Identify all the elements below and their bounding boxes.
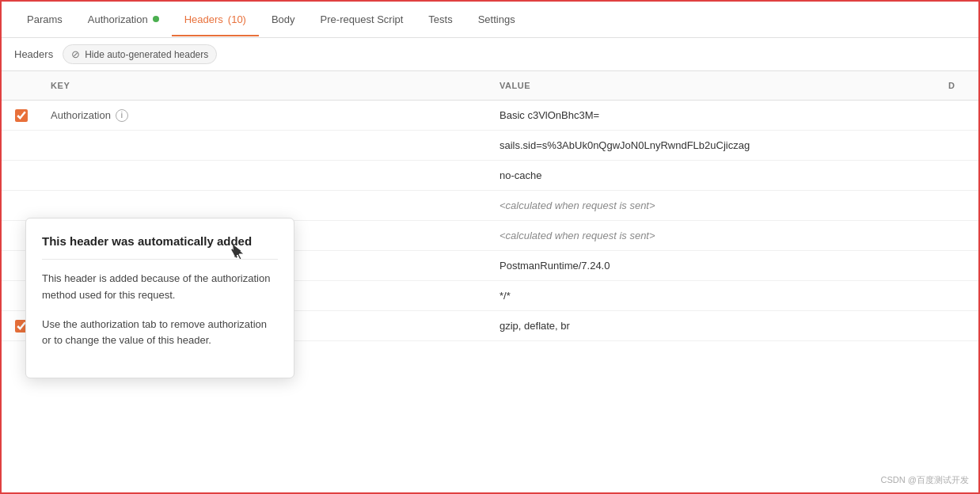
eye-slash-icon: ⊘ [71, 48, 80, 60]
tab-body[interactable]: Body [259, 4, 308, 36]
tab-bar: Params Authorization Headers (10) Body P… [2, 2, 978, 38]
hide-btn-label: Hide auto-generated headers [85, 49, 208, 60]
row4-value-cell: <calculated when request is sent> [490, 193, 939, 218]
sub-header: Headers ⊘ Hide auto-generated headers [2, 38, 978, 71]
tooltip-popup: This header was automatically added This… [25, 218, 294, 378]
tooltip-body: This header is added because of the auth… [42, 271, 278, 349]
row5-d-cell [939, 230, 978, 242]
tab-tests-label: Tests [428, 13, 452, 25]
tab-pre-request[interactable]: Pre-request Script [308, 4, 416, 36]
row4-key-cell [41, 200, 490, 212]
row6-d-cell [939, 260, 978, 272]
row7-value-cell: */* [490, 283, 939, 308]
tab-params-label: Params [27, 13, 63, 25]
headers-sub-label: Headers [14, 48, 53, 60]
tab-settings[interactable]: Settings [465, 4, 528, 36]
headers-table-area: KEY VALUE D Authorization i Basic c3VlOn… [2, 71, 978, 341]
value-col-header: VALUE [490, 76, 939, 95]
main-container: Params Authorization Headers (10) Body P… [0, 0, 980, 494]
row4-d-cell [939, 200, 978, 212]
tab-headers[interactable]: Headers (10) [172, 4, 259, 36]
row3-value-cell: no-cache [490, 163, 939, 188]
row2-checkbox-cell [2, 139, 41, 152]
row4-checkbox-cell [2, 200, 41, 212]
row8-d-cell [939, 320, 978, 332]
key-col-header: KEY [41, 76, 490, 95]
hide-auto-headers-button[interactable]: ⊘ Hide auto-generated headers [63, 44, 217, 64]
row2-value-cell: sails.sid=s%3AbUk0nQgwJoN0LnyRwndFLb2uCj… [490, 133, 939, 158]
tooltip-body-text2: Use the authorization tab to remove auth… [42, 317, 278, 350]
tab-settings-label: Settings [478, 13, 515, 25]
checkbox-col-header [2, 76, 41, 95]
row8-value-cell: gzip, deflate, br [490, 314, 939, 338]
table-row: Authorization i Basic c3VlOnBhc3M= [2, 101, 978, 131]
tab-pre-request-label: Pre-request Script [321, 13, 404, 25]
d-col-header: D [939, 76, 978, 95]
row1-d-cell [939, 109, 978, 122]
tab-params[interactable]: Params [14, 4, 75, 36]
row1-value-cell: Basic c3VlOnBhc3M= [490, 103, 939, 127]
row7-d-cell [939, 290, 978, 302]
row1-info-icon[interactable]: i [116, 109, 128, 122]
row1-key-text: Authorization [51, 109, 111, 121]
tab-body-label: Body [272, 13, 295, 25]
row2-d-cell [939, 139, 978, 152]
table-row: <calculated when request is sent> [2, 191, 978, 221]
tab-headers-label: Headers [184, 13, 223, 25]
row3-checkbox-cell [2, 169, 41, 182]
row2-key-cell [41, 139, 490, 152]
table-header-row: KEY VALUE D [2, 71, 978, 101]
authorization-dot [153, 16, 159, 22]
table-row: sails.sid=s%3AbUk0nQgwJoN0LnyRwndFLb2uCj… [2, 131, 978, 161]
row1-key-cell: Authorization i [41, 103, 490, 128]
row3-d-cell [939, 169, 978, 182]
row5-value-cell: <calculated when request is sent> [490, 223, 939, 248]
tab-authorization[interactable]: Authorization [75, 4, 172, 36]
tab-authorization-label: Authorization [88, 13, 148, 25]
tooltip-body-text1: This header is added because of the auth… [42, 271, 278, 304]
table-row: no-cache [2, 161, 978, 191]
row3-key-cell [41, 169, 490, 182]
row1-checkbox-cell[interactable] [2, 103, 41, 128]
tab-tests[interactable]: Tests [416, 4, 465, 36]
tooltip-title: This header was automatically added [42, 234, 278, 260]
row6-value-cell: PostmanRuntime/7.24.0 [490, 253, 939, 278]
row1-checkbox[interactable] [15, 109, 28, 122]
headers-count: (10) [228, 13, 246, 25]
watermark: CSDN @百度测试开发 [881, 474, 969, 486]
